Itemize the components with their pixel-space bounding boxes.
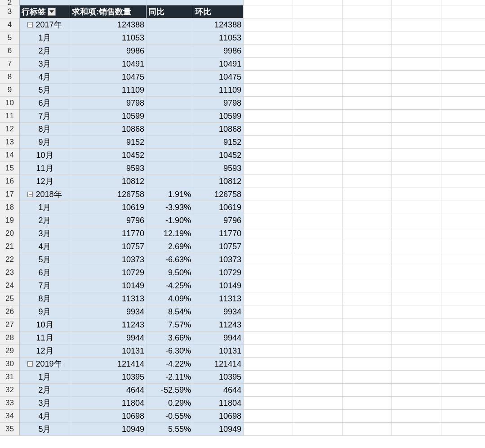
pivot-cell[interactable]: 9934 bbox=[70, 305, 147, 318]
pivot-row-label-cell[interactable]: 2月 bbox=[20, 214, 70, 227]
pivot-row-label-cell[interactable]: 4月 bbox=[20, 71, 70, 84]
blank-cell[interactable] bbox=[392, 318, 441, 332]
pivot-row-label-cell[interactable]: 12月 bbox=[20, 345, 70, 358]
pivot-cell[interactable]: 10373 bbox=[193, 253, 244, 266]
blank-cell[interactable] bbox=[343, 410, 392, 423]
pivot-row-label-cell[interactable]: 1月 bbox=[20, 201, 70, 214]
blank-cell[interactable] bbox=[293, 332, 343, 345]
blank-cell[interactable] bbox=[392, 175, 441, 188]
blank-cell[interactable] bbox=[343, 358, 392, 371]
pivot-cell[interactable]: 10452 bbox=[193, 149, 244, 162]
blank-cell[interactable] bbox=[441, 318, 485, 332]
blank-cell[interactable] bbox=[343, 84, 392, 97]
pivot-cell[interactable] bbox=[147, 31, 193, 45]
blank-cell[interactable] bbox=[244, 71, 293, 84]
pivot-cell[interactable]: 10149 bbox=[70, 279, 147, 292]
blank-cell[interactable] bbox=[343, 345, 392, 358]
blank-cell[interactable] bbox=[343, 97, 392, 110]
pivot-cell[interactable]: 124388 bbox=[70, 18, 147, 31]
blank-cell[interactable] bbox=[392, 345, 441, 358]
pivot-row-label-cell[interactable]: 3月 bbox=[20, 397, 70, 410]
pivot-cell[interactable]: 126758 bbox=[193, 188, 244, 201]
row-header[interactable]: 7 bbox=[0, 58, 20, 71]
blank-cell[interactable] bbox=[441, 332, 485, 345]
blank-cell[interactable] bbox=[343, 136, 392, 149]
pivot-cell[interactable]: 10395 bbox=[70, 371, 147, 384]
blank-cell[interactable] bbox=[392, 292, 441, 305]
pivot-row-label-cell[interactable]: 1月 bbox=[20, 31, 70, 45]
pivot-cell[interactable]: 9934 bbox=[193, 305, 244, 318]
pivot-cell[interactable]: 9593 bbox=[70, 162, 147, 175]
blank-cell[interactable] bbox=[293, 240, 343, 253]
blank-cell[interactable] bbox=[392, 71, 441, 84]
blank-cell[interactable] bbox=[293, 110, 343, 123]
pivot-cell[interactable]: 10395 bbox=[193, 371, 244, 384]
blank-cell[interactable] bbox=[343, 18, 392, 31]
row-header[interactable]: 19 bbox=[0, 214, 20, 227]
blank-cell[interactable] bbox=[293, 18, 343, 31]
blank-cell[interactable] bbox=[343, 371, 392, 384]
blank-cell[interactable] bbox=[441, 279, 485, 292]
blank-cell[interactable] bbox=[441, 371, 485, 384]
blank-cell[interactable] bbox=[343, 305, 392, 318]
blank-cell[interactable] bbox=[244, 305, 293, 318]
blank-cell[interactable] bbox=[244, 227, 293, 240]
blank-cell[interactable] bbox=[441, 214, 485, 227]
blank-cell[interactable] bbox=[244, 279, 293, 292]
blank-cell[interactable] bbox=[441, 31, 485, 45]
row-header[interactable]: 13 bbox=[0, 136, 20, 149]
blank-cell[interactable] bbox=[392, 279, 441, 292]
row-header[interactable]: 23 bbox=[0, 266, 20, 279]
row-header[interactable]: 16 bbox=[0, 175, 20, 188]
blank-cell[interactable] bbox=[293, 71, 343, 84]
row-header[interactable]: 4 bbox=[0, 18, 20, 31]
pivot-row-label-cell[interactable]: 4月 bbox=[20, 410, 70, 423]
blank-cell[interactable] bbox=[343, 279, 392, 292]
blank-cell[interactable] bbox=[392, 371, 441, 384]
blank-cell[interactable] bbox=[244, 45, 293, 58]
blank-cell[interactable] bbox=[441, 71, 485, 84]
blank-cell[interactable] bbox=[343, 110, 392, 123]
blank-cell[interactable] bbox=[244, 110, 293, 123]
blank-cell[interactable] bbox=[244, 201, 293, 214]
pivot-cell[interactable]: 5.55% bbox=[147, 423, 193, 436]
pivot-row-label-cell[interactable]: 3月 bbox=[20, 227, 70, 240]
blank-cell[interactable] bbox=[293, 136, 343, 149]
collapse-icon[interactable]: − bbox=[27, 22, 33, 27]
blank-cell[interactable] bbox=[244, 136, 293, 149]
blank-cell[interactable] bbox=[392, 58, 441, 71]
blank-cell[interactable] bbox=[244, 397, 293, 410]
pivot-row-label-cell[interactable]: 8月 bbox=[20, 292, 70, 305]
blank-cell[interactable] bbox=[244, 253, 293, 266]
pivot-cell[interactable]: 10131 bbox=[193, 345, 244, 358]
pivot-cell[interactable] bbox=[147, 18, 193, 31]
pivot-row-label-cell[interactable]: 5月 bbox=[20, 423, 70, 436]
blank-cell[interactable] bbox=[293, 358, 343, 371]
pivot-cell[interactable] bbox=[147, 136, 193, 149]
blank-cell[interactable] bbox=[293, 279, 343, 292]
blank-cell[interactable] bbox=[343, 332, 392, 345]
blank-cell[interactable] bbox=[441, 84, 485, 97]
pivot-cell[interactable]: 11109 bbox=[193, 84, 244, 97]
blank-cell[interactable] bbox=[343, 318, 392, 332]
pivot-cell[interactable]: 10475 bbox=[193, 71, 244, 84]
row-header[interactable]: 32 bbox=[0, 384, 20, 397]
pivot-row-label-cell[interactable]: 6月 bbox=[20, 97, 70, 110]
blank-cell[interactable] bbox=[392, 384, 441, 397]
blank-cell[interactable] bbox=[441, 292, 485, 305]
blank-cell[interactable] bbox=[441, 123, 485, 136]
blank-cell[interactable] bbox=[441, 397, 485, 410]
blank-cell[interactable] bbox=[244, 332, 293, 345]
pivot-cell[interactable]: 10131 bbox=[70, 345, 147, 358]
blank-cell[interactable] bbox=[343, 123, 392, 136]
pivot-cell[interactable]: 12.19% bbox=[147, 227, 193, 240]
pivot-cell[interactable]: 10868 bbox=[193, 123, 244, 136]
blank-cell[interactable] bbox=[392, 227, 441, 240]
blank-cell[interactable] bbox=[293, 5, 343, 18]
pivot-cell[interactable] bbox=[147, 149, 193, 162]
pivot-cell[interactable]: 9796 bbox=[193, 214, 244, 227]
blank-cell[interactable] bbox=[392, 266, 441, 279]
blank-cell[interactable] bbox=[441, 45, 485, 58]
pivot-cell[interactable]: 9944 bbox=[193, 332, 244, 345]
pivot-cell[interactable]: -6.30% bbox=[147, 345, 193, 358]
